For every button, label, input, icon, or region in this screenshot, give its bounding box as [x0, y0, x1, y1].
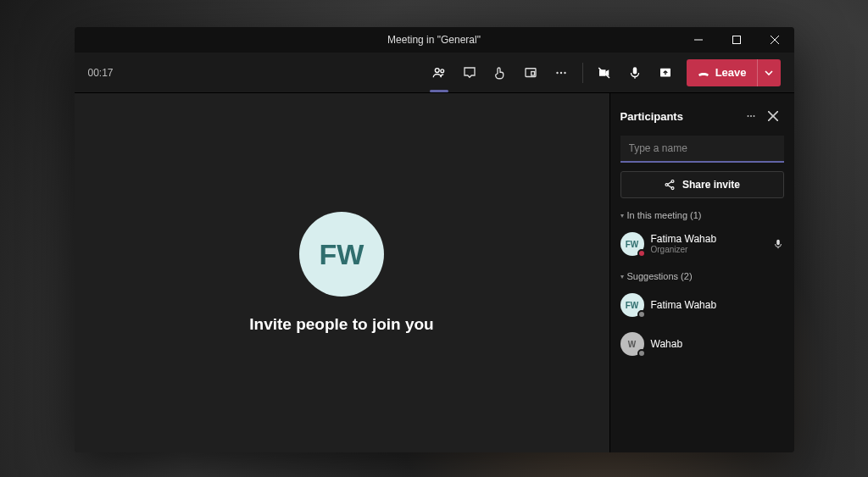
participants-toggle[interactable]	[425, 58, 453, 87]
participants-panel: Participants Share invite ▾ In this meet…	[609, 93, 794, 452]
presence-busy-icon	[637, 249, 646, 258]
meeting-window: Meeting in "General" 00:17	[75, 27, 794, 452]
participant-avatar: FW	[620, 232, 644, 256]
invite-search-input[interactable]	[620, 136, 784, 163]
mic-icon	[772, 238, 784, 250]
more-actions-button[interactable]	[547, 58, 576, 87]
participants-more-button[interactable]	[740, 105, 762, 127]
svg-point-10	[564, 71, 565, 73]
meeting-toolbar: 00:17	[75, 53, 794, 93]
participant-row[interactable]: FW Fatima Wahab Organizer	[620, 229, 784, 259]
svg-point-5	[441, 69, 444, 72]
svg-line-23	[668, 182, 672, 185]
leave-label: Leave	[715, 66, 747, 79]
suggestions-label: Suggestions (2)	[627, 271, 693, 281]
maximize-button[interactable]	[718, 27, 756, 53]
caret-down-icon: ▾	[620, 273, 624, 280]
participants-title: Participants	[620, 110, 740, 123]
titlebar: Meeting in "General"	[75, 27, 794, 53]
in-meeting-label: In this meeting (1)	[627, 210, 702, 220]
svg-point-8	[556, 71, 558, 73]
mic-toggle[interactable]	[620, 58, 649, 87]
share-screen-button[interactable]	[651, 58, 680, 87]
share-icon	[664, 179, 676, 191]
meeting-stage: FW Invite people to join you	[75, 93, 609, 452]
reactions-button[interactable]	[486, 58, 515, 87]
svg-point-4	[435, 68, 439, 72]
suggestion-name: Wahab	[651, 338, 784, 350]
camera-toggle[interactable]	[590, 58, 619, 87]
meeting-body: FW Invite people to join you Participant…	[75, 93, 794, 452]
suggestion-name: Fatima Wahab	[651, 299, 784, 311]
rooms-button[interactable]	[516, 58, 545, 87]
minimize-button[interactable]	[680, 27, 718, 53]
svg-line-24	[668, 186, 672, 188]
leave-button[interactable]: Leave	[687, 59, 781, 86]
chat-toggle[interactable]	[455, 58, 484, 87]
svg-point-15	[747, 115, 748, 117]
participants-close-button[interactable]	[762, 105, 784, 127]
presence-away-icon	[637, 349, 646, 358]
share-invite-button[interactable]: Share invite	[620, 171, 784, 198]
toolbar-divider	[582, 63, 583, 83]
suggestion-avatar: FW	[620, 293, 644, 317]
svg-rect-1	[733, 36, 741, 44]
self-avatar: FW	[299, 212, 384, 297]
suggestion-row[interactable]: W Wahab	[620, 329, 784, 359]
chevron-down-icon	[765, 69, 773, 77]
svg-rect-25	[776, 240, 780, 245]
suggestions-section[interactable]: ▾ Suggestions (2)	[620, 271, 784, 281]
participant-role: Organizer	[651, 245, 765, 255]
hangup-icon	[697, 66, 710, 80]
suggestion-row[interactable]: FW Fatima Wahab	[620, 290, 784, 320]
toolbar-right-group	[590, 58, 680, 87]
svg-rect-12	[632, 67, 637, 74]
caret-down-icon: ▾	[620, 212, 624, 219]
invite-prompt: Invite people to join you	[249, 315, 433, 334]
window-controls	[680, 27, 794, 53]
in-meeting-section[interactable]: ▾ In this meeting (1)	[620, 210, 784, 220]
participant-name: Fatima Wahab	[651, 233, 765, 245]
presence-away-icon	[637, 310, 646, 319]
toolbar-center-group	[425, 58, 576, 87]
share-invite-label: Share invite	[682, 179, 740, 191]
suggestion-avatar: W	[620, 332, 644, 356]
meeting-timer: 00:17	[88, 67, 114, 79]
participants-header: Participants	[620, 105, 784, 127]
leave-button-main[interactable]: Leave	[687, 59, 757, 86]
close-button[interactable]	[756, 27, 794, 53]
svg-rect-7	[531, 71, 534, 75]
svg-point-16	[750, 115, 752, 117]
svg-point-9	[559, 71, 561, 73]
svg-point-17	[753, 115, 754, 117]
leave-caret[interactable]	[757, 59, 781, 86]
